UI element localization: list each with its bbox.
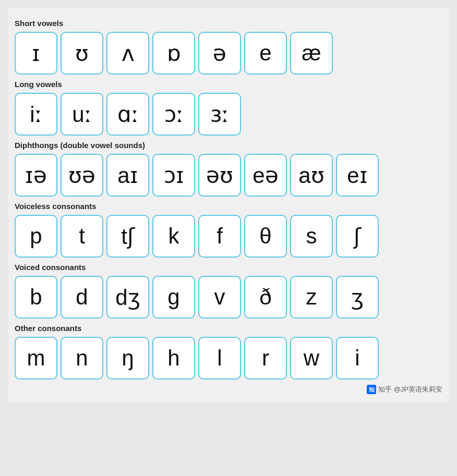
symbol-cell-voiced-consonants-7[interactable]: ʒ [336, 276, 379, 319]
symbol-cell-diphthongs-6[interactable]: aʊ [290, 154, 333, 197]
symbol-cell-diphthongs-3[interactable]: ɔɪ [152, 154, 195, 197]
symbol-row-diphthongs: ɪəʊəaɪɔɪəʊeəaʊeɪ [15, 154, 442, 197]
symbol-cell-long-vowels-3[interactable]: ɔː [152, 93, 195, 136]
symbol-cell-long-vowels-1[interactable]: uː [61, 93, 103, 136]
symbol-cell-diphthongs-1[interactable]: ʊə [61, 154, 103, 197]
symbol-cell-diphthongs-0[interactable]: ɪə [15, 154, 57, 197]
zhihu-icon: 知 [367, 385, 376, 394]
symbol-cell-diphthongs-2[interactable]: aɪ [106, 154, 149, 197]
section-label-voiceless-consonants: Voiceless consonants [15, 202, 442, 211]
symbol-cell-other-consonants-4[interactable]: l [198, 337, 241, 380]
section-label-short-vowels: Short vowels [15, 19, 442, 28]
symbol-cell-other-consonants-0[interactable]: m [15, 337, 57, 380]
symbol-cell-other-consonants-7[interactable]: i [336, 337, 379, 380]
symbol-cell-long-vowels-2[interactable]: ɑː [106, 93, 149, 136]
symbol-row-long-vowels: iːuːɑːɔːɜː [15, 93, 442, 136]
symbol-cell-voiceless-consonants-0[interactable]: p [15, 215, 57, 258]
symbol-cell-long-vowels-0[interactable]: iː [15, 93, 57, 136]
symbol-cell-diphthongs-7[interactable]: eɪ [336, 154, 379, 197]
page-container: Short vowelsɪʊʌɒəeæLong vowelsiːuːɑːɔːɜː… [8, 8, 449, 402]
symbol-cell-other-consonants-6[interactable]: w [290, 337, 333, 380]
symbol-cell-voiced-consonants-5[interactable]: ð [244, 276, 287, 319]
symbol-cell-voiced-consonants-4[interactable]: v [198, 276, 241, 319]
symbol-cell-short-vowels-0[interactable]: ɪ [15, 32, 57, 75]
symbol-row-voiced-consonants: bddʒgvðzʒ [15, 276, 442, 319]
section-label-diphthongs: Diphthongs (double vowel sounds) [15, 141, 442, 150]
symbol-row-voiceless-consonants: pttʃkfθsʃ [15, 215, 442, 258]
symbol-cell-short-vowels-2[interactable]: ʌ [106, 32, 149, 75]
watermark-text: 知乎 @JP英语朱莉安 [378, 385, 442, 394]
symbol-cell-other-consonants-5[interactable]: r [244, 337, 287, 380]
symbol-cell-voiceless-consonants-7[interactable]: ʃ [336, 215, 379, 258]
symbol-cell-diphthongs-5[interactable]: eə [244, 154, 287, 197]
symbol-cell-diphthongs-4[interactable]: əʊ [198, 154, 241, 197]
symbol-cell-voiceless-consonants-5[interactable]: θ [244, 215, 287, 258]
watermark: 知 知乎 @JP英语朱莉安 [15, 385, 442, 394]
section-label-long-vowels: Long vowels [15, 80, 442, 89]
symbol-cell-voiceless-consonants-6[interactable]: s [290, 215, 333, 258]
symbol-cell-other-consonants-3[interactable]: h [152, 337, 195, 380]
symbol-cell-short-vowels-3[interactable]: ɒ [152, 32, 195, 75]
symbol-cell-voiced-consonants-1[interactable]: d [61, 276, 103, 319]
symbol-cell-short-vowels-5[interactable]: e [244, 32, 287, 75]
symbol-cell-voiceless-consonants-1[interactable]: t [61, 215, 103, 258]
symbol-cell-short-vowels-4[interactable]: ə [198, 32, 241, 75]
symbol-cell-voiced-consonants-2[interactable]: dʒ [106, 276, 149, 319]
symbol-cell-other-consonants-2[interactable]: ŋ [106, 337, 149, 380]
symbol-cell-long-vowels-4[interactable]: ɜː [198, 93, 241, 136]
symbol-cell-short-vowels-1[interactable]: ʊ [61, 32, 103, 75]
symbol-row-other-consonants: mnŋhlrwi [15, 337, 442, 380]
symbol-cell-other-consonants-1[interactable]: n [61, 337, 103, 380]
symbol-cell-voiced-consonants-6[interactable]: z [290, 276, 333, 319]
symbol-cell-voiced-consonants-3[interactable]: g [152, 276, 195, 319]
section-label-other-consonants: Other consonants [15, 324, 442, 333]
symbol-cell-voiceless-consonants-3[interactable]: k [152, 215, 195, 258]
section-label-voiced-consonants: Voiced consonants [15, 263, 442, 272]
symbol-cell-voiced-consonants-0[interactable]: b [15, 276, 57, 319]
symbol-cell-voiceless-consonants-4[interactable]: f [198, 215, 241, 258]
symbol-cell-voiceless-consonants-2[interactable]: tʃ [106, 215, 149, 258]
symbol-row-short-vowels: ɪʊʌɒəeæ [15, 32, 442, 75]
symbol-cell-short-vowels-6[interactable]: æ [290, 32, 333, 75]
